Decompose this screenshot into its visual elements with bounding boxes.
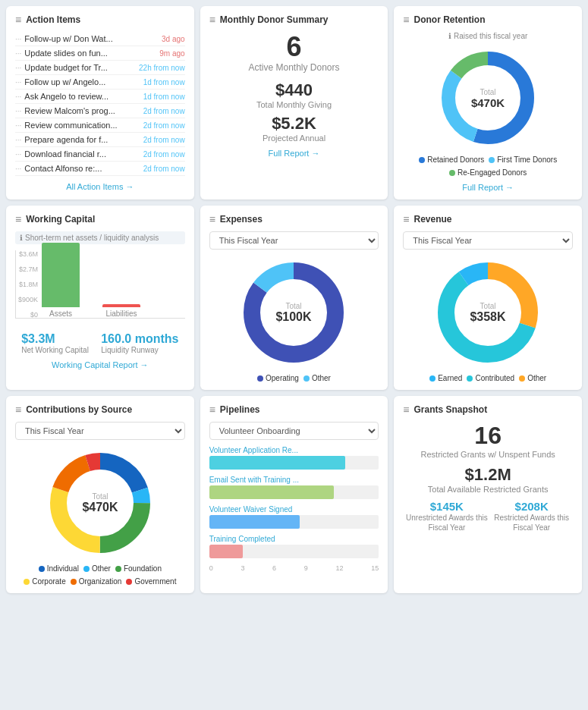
revenue-donut: Total $358K [403, 256, 573, 369]
pipelines-dropdown[interactable]: Volunteer Onboarding [209, 422, 379, 440]
item-time: 1d from now [143, 78, 185, 86]
item-label: Update budget for Tr... [24, 63, 107, 72]
item-time: 2d from now [143, 121, 185, 130]
item-dots: ··· [15, 49, 21, 58]
monthly-donor-header: ≡ Monthly Donor Summary [209, 14, 379, 26]
working-capital-header: ≡ Working Capital [15, 213, 185, 225]
contributions-donut: Total $470K [15, 446, 185, 560]
retention-full-report-link[interactable]: Full Report → [403, 183, 573, 192]
item-dots: ··· [15, 121, 21, 130]
pipeline-bar-fill [209, 515, 300, 529]
menu-icon-monthly[interactable]: ≡ [209, 14, 215, 26]
liquidity-value: 160.0 months [101, 332, 178, 346]
menu-icon-wc[interactable]: ≡ [15, 213, 21, 225]
contributions-dropdown-wrap: This Fiscal Year Last Fiscal Year [15, 422, 185, 440]
wc-report-link[interactable]: Working Capital Report → [15, 360, 185, 369]
expenses-fiscal-year-dropdown[interactable]: This Fiscal Year Last Fiscal Year [209, 231, 379, 250]
item-time: 3d ago [162, 35, 185, 43]
pipeline-bar-item: Email Sent with Training ... [209, 476, 379, 499]
pipelines-title: Pipelines [220, 404, 260, 415]
donor-retention-legend: Retained Donors First Time Donors Re-Eng… [403, 156, 573, 177]
item-label: Follow up w/ Angelo... [24, 77, 105, 86]
all-action-items-link[interactable]: All Action Items → [15, 182, 185, 191]
contributions-fiscal-year-dropdown[interactable]: This Fiscal Year Last Fiscal Year [15, 422, 185, 440]
menu-icon-revenue[interactable]: ≡ [403, 213, 409, 225]
svg-text:Total: Total [92, 492, 108, 501]
menu-icon-contrib[interactable]: ≡ [15, 404, 21, 416]
item-label: Update slides on fun... [24, 49, 107, 58]
list-item[interactable]: ···Review communication...2d from now [15, 118, 185, 133]
list-item[interactable]: ···Follow-up w/ Don Wat...3d ago [15, 32, 185, 46]
svg-text:Total: Total [286, 302, 302, 310]
pipeline-bar-fill [209, 485, 334, 499]
monthly-donor-title: Monthly Donor Summary [220, 14, 329, 25]
grants-title: Grants Snapshot [414, 404, 488, 415]
net-wc-value: $3.3M [21, 332, 89, 346]
item-label: Follow-up w/ Don Wat... [24, 34, 112, 43]
pipeline-bar-label: Volunteer Waiver Signed [209, 505, 379, 514]
monthly-full-report-link[interactable]: Full Report → [209, 149, 379, 158]
grants-awards-row: $145K Unrestricted Awards this Fiscal Ye… [403, 500, 573, 532]
pipeline-bar-track [209, 515, 379, 529]
pipeline-bar-track [209, 485, 379, 499]
grants-total-label: Total Available Restricted Grants [403, 485, 573, 494]
pipeline-bar-track [209, 545, 379, 558]
item-time: 2d from now [143, 165, 185, 173]
working-capital-subtitle: ℹ Short-term net assets / liquidity anal… [15, 231, 185, 244]
item-label: Contact Alfonso re:... [24, 164, 102, 173]
list-item[interactable]: ···Prepare agenda for f...2d from now [15, 133, 185, 147]
pipeline-bar-fill [209, 456, 345, 470]
svg-text:$358K: $358K [470, 310, 507, 323]
list-item[interactable]: ···Download financial r...2d from now [15, 147, 185, 162]
donor-retention-title: Donor Retention [414, 14, 486, 25]
menu-icon[interactable]: ≡ [15, 14, 21, 26]
list-item[interactable]: ···Review Malcom's prog...2d from now [15, 104, 185, 118]
unrestricted-value: $145K [403, 500, 490, 513]
working-capital-title: Working Capital [26, 214, 95, 225]
revenue-title: Revenue [414, 214, 452, 225]
grants-count-label: Restricted Grants w/ Unspent Funds [403, 450, 573, 459]
svg-text:$470K: $470K [471, 96, 505, 109]
item-dots: ··· [15, 165, 21, 173]
list-item[interactable]: ···Follow up w/ Angelo...1d from now [15, 75, 185, 90]
item-time: 2d from now [143, 107, 185, 115]
pipeline-x-axis: 03691215 [209, 564, 379, 572]
menu-icon-pipelines[interactable]: ≡ [209, 404, 215, 416]
item-dots: ··· [15, 136, 21, 144]
revenue-fiscal-year-dropdown[interactable]: This Fiscal Year Last Fiscal Year [403, 231, 573, 250]
expenses-dropdown-wrap: This Fiscal Year Last Fiscal Year [209, 231, 379, 250]
revenue-card: ≡ Revenue This Fiscal Year Last Fiscal Y… [394, 206, 582, 390]
menu-icon-retention[interactable]: ≡ [403, 14, 409, 26]
svg-text:Total: Total [480, 88, 496, 96]
grants-snapshot-card: ≡ Grants Snapshot 16 Restricted Grants w… [394, 396, 582, 593]
item-dots: ··· [15, 107, 21, 115]
donor-retention-subtitle: ℹ Raised this fiscal year [403, 32, 573, 40]
pipeline-bar-fill [209, 545, 244, 558]
pipeline-bar-label: Training Completed [209, 535, 379, 543]
item-label: Review Malcom's prog... [24, 106, 115, 115]
revenue-header: ≡ Revenue [403, 213, 573, 225]
pipelines-card: ≡ Pipelines Volunteer Onboarding Volunte… [200, 396, 388, 593]
pipeline-bar-item: Training Completed [209, 535, 379, 558]
list-item[interactable]: ···Contact Alfonso re:...2d from now [15, 162, 185, 176]
list-item[interactable]: ···Update slides on fun...9m ago [15, 46, 185, 61]
revenue-legend: Earned Contributed Other [403, 374, 573, 382]
expenses-header: ≡ Expenses [209, 213, 379, 225]
item-dots: ··· [15, 93, 21, 101]
monthly-donor-count-label: Active Monthly Donors [209, 62, 379, 73]
item-label: Review communication... [24, 121, 117, 130]
liquidity-label: Liquidity Runway [101, 346, 178, 354]
restricted-label: Restricted Awards this Fiscal Year [490, 513, 573, 532]
menu-icon-grants[interactable]: ≡ [403, 404, 409, 416]
menu-icon-expenses[interactable]: ≡ [209, 213, 215, 225]
pipeline-bars: Volunteer Application Re... Email Sent w… [209, 446, 379, 558]
svg-text:$470K: $470K [82, 501, 118, 514]
pipeline-bar-track [209, 456, 379, 470]
contributions-legend: Individual Other Foundation Corporate Or… [15, 564, 185, 586]
list-item[interactable]: ···Ask Angelo to review...1d from now [15, 90, 185, 104]
revenue-dropdown-wrap: This Fiscal Year Last Fiscal Year [403, 231, 573, 250]
list-item[interactable]: ···Update budget for Tr...22h from now [15, 61, 185, 75]
pipeline-bar-label: Email Sent with Training ... [209, 476, 379, 484]
grants-header: ≡ Grants Snapshot [403, 404, 573, 416]
item-dots: ··· [15, 78, 21, 86]
